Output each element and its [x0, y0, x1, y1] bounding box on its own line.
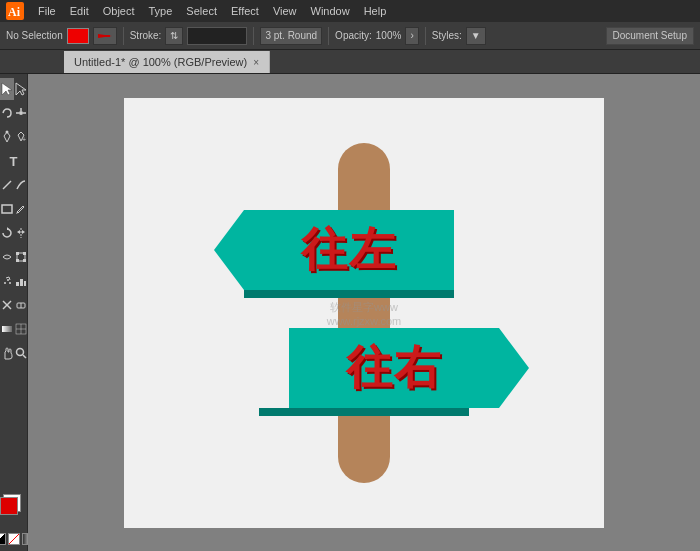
foreground-color-swatch[interactable]: [0, 497, 18, 515]
separator-4: [425, 27, 426, 45]
opacity-value: 100%: [376, 30, 402, 41]
mesh-tool[interactable]: [14, 318, 28, 340]
menu-view[interactable]: View: [267, 3, 303, 19]
symbol-sprayer-tool[interactable]: [0, 270, 14, 292]
menu-bar: Ai File Edit Object Type Select Effect V…: [0, 0, 700, 22]
fg-bg-swatches: [0, 497, 28, 527]
stroke-value-btn[interactable]: 3 pt. Round: [260, 27, 322, 45]
svg-rect-20: [23, 252, 26, 255]
zoom-tools: [0, 342, 28, 364]
symbol-tools: [0, 270, 28, 292]
selection-tool[interactable]: [0, 78, 14, 100]
separator-2: [253, 27, 254, 45]
svg-point-37: [16, 349, 23, 356]
gradient-tool[interactable]: [0, 318, 14, 340]
lasso-tool[interactable]: [0, 102, 14, 124]
right-sign: 往右: [289, 328, 499, 408]
opacity-arrow[interactable]: ›: [405, 27, 418, 45]
graph-tool[interactable]: [14, 270, 28, 292]
paint-tools: [0, 318, 28, 340]
lasso-tools: [0, 102, 28, 124]
pen-tools: +: [0, 126, 28, 148]
right-sign-wrapper: 往右: [259, 328, 499, 416]
svg-point-23: [4, 282, 6, 284]
type-tool[interactable]: T: [2, 150, 26, 172]
hand-tool[interactable]: [0, 342, 14, 364]
menu-help[interactable]: Help: [358, 3, 393, 19]
menu-window[interactable]: Window: [305, 3, 356, 19]
svg-text:+: +: [22, 136, 26, 143]
document-setup-button[interactable]: Document Setup: [606, 27, 695, 45]
menu-object[interactable]: Object: [97, 3, 141, 19]
styles-dropdown[interactable]: ▼: [466, 27, 486, 45]
artboard: 软件星字www www.rjzxw.com 往左 往右: [124, 98, 604, 528]
svg-rect-21: [16, 259, 19, 262]
opacity-label: Opacity:: [335, 30, 372, 41]
svg-point-25: [9, 282, 11, 284]
right-sign-shadow: [259, 408, 469, 416]
svg-marker-3: [98, 34, 112, 38]
main-area: + T: [0, 74, 700, 551]
menu-effect[interactable]: Effect: [225, 3, 265, 19]
svg-rect-22: [23, 259, 26, 262]
arc-tool[interactable]: [14, 174, 28, 196]
svg-point-9: [19, 111, 23, 115]
svg-rect-19: [16, 252, 19, 255]
left-sign: 往左: [244, 210, 454, 290]
styles-label: Styles:: [432, 30, 462, 41]
free-transform-tool[interactable]: [14, 246, 28, 268]
right-sign-text: 往右: [346, 337, 442, 399]
selection-tools: [0, 78, 28, 100]
slice-tool[interactable]: [0, 294, 14, 316]
sign-pole: [338, 143, 390, 483]
slice-tools: [0, 294, 28, 316]
zoom-tool[interactable]: [14, 342, 28, 364]
add-anchor-tool[interactable]: +: [14, 126, 28, 148]
selection-label: No Selection: [6, 30, 63, 41]
tab-title: Untitled-1* @ 100% (RGB/Preview): [74, 56, 247, 68]
left-sign-wrapper: 往左: [244, 210, 454, 298]
stroke-btn[interactable]: [93, 27, 117, 45]
document-tab[interactable]: Untitled-1* @ 100% (RGB/Preview) ×: [64, 51, 270, 73]
pencil-tool[interactable]: [14, 198, 28, 220]
rotate-tool[interactable]: [0, 222, 14, 244]
pen-tool[interactable]: [0, 126, 14, 148]
tab-close-button[interactable]: ×: [253, 57, 259, 68]
options-toolbar: No Selection Stroke: ⇅ 3 pt. Round Opaci…: [0, 22, 700, 50]
reflect-tool[interactable]: [14, 222, 28, 244]
line-tool[interactable]: [0, 174, 14, 196]
tab-bar: Untitled-1* @ 100% (RGB/Preview) ×: [0, 50, 700, 74]
stroke-input[interactable]: [187, 27, 247, 45]
stroke-arrows[interactable]: ⇅: [165, 27, 183, 45]
eraser-tool[interactable]: [14, 294, 28, 316]
width-tool[interactable]: [0, 246, 14, 268]
menu-edit[interactable]: Edit: [64, 3, 95, 19]
menu-file[interactable]: File: [32, 3, 62, 19]
canvas-area: 软件星字www www.rjzxw.com 往左 往右: [28, 74, 700, 551]
shape-tools: [0, 198, 28, 220]
none-swatch[interactable]: [8, 533, 20, 545]
rectangle-tool[interactable]: [0, 198, 14, 220]
left-sign-text: 往左: [301, 219, 397, 281]
svg-marker-4: [2, 83, 12, 95]
svg-rect-26: [16, 282, 19, 286]
menu-select[interactable]: Select: [180, 3, 223, 19]
app-logo: Ai: [4, 0, 26, 22]
fill-swatch[interactable]: [67, 28, 89, 44]
svg-marker-16: [17, 230, 20, 234]
svg-marker-5: [16, 83, 26, 95]
width-tools: [0, 246, 28, 268]
svg-point-24: [7, 279, 9, 281]
swap-colors-btn[interactable]: [0, 533, 6, 545]
rotate-tools: [0, 222, 28, 244]
direct-selection-tool[interactable]: [14, 78, 28, 100]
menu-type[interactable]: Type: [143, 3, 179, 19]
svg-text:Ai: Ai: [8, 5, 21, 19]
magic-wand-tool[interactable]: [14, 102, 28, 124]
tools-panel: + T: [0, 74, 28, 551]
svg-marker-17: [22, 230, 25, 234]
line-tools: [0, 174, 28, 196]
separator-3: [328, 27, 329, 45]
svg-rect-13: [2, 205, 12, 213]
svg-line-12: [3, 181, 11, 189]
